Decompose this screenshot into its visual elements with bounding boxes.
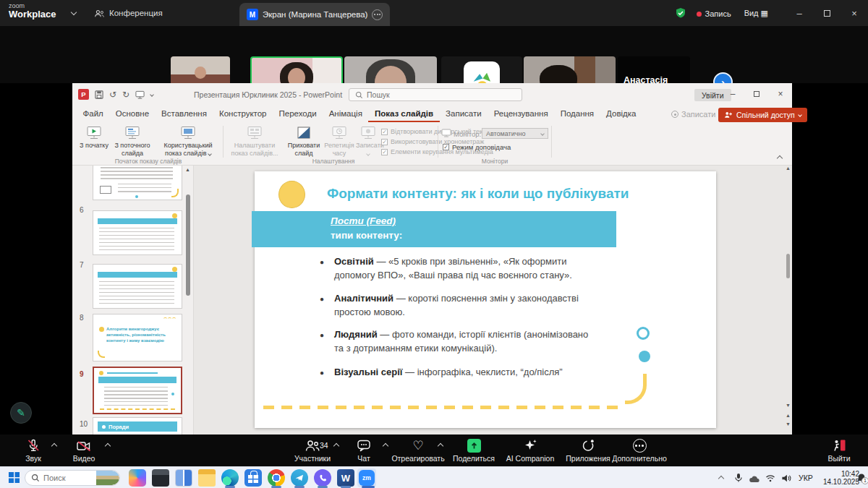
onedrive-cloud-icon[interactable] — [748, 474, 760, 483]
undo-icon[interactable]: ↺ — [109, 90, 116, 99]
ppt-maximize-button[interactable] — [749, 89, 764, 99]
thumbnail-slide-9-selected[interactable] — [93, 367, 182, 414]
running-indicator — [294, 486, 305, 488]
bullet-lead: Освітній — [334, 256, 374, 267]
tab-home[interactable]: Основне — [109, 107, 155, 122]
notebook-app-icon[interactable] — [152, 469, 169, 487]
annotation-pencil-button[interactable]: ✎ — [10, 402, 32, 424]
tab-meeting[interactable]: Конференция — [94, 0, 163, 26]
qat-customize-chevron-icon[interactable] — [150, 93, 154, 97]
task-view-icon[interactable] — [175, 469, 192, 487]
record-screen-icon — [356, 126, 380, 140]
thumbnail-dot — [172, 267, 177, 272]
presenter-view-option[interactable]: ✓Режим доповідача — [443, 143, 511, 151]
recording-indicator[interactable]: Запись — [697, 7, 731, 20]
slideshow-display-icon[interactable] — [135, 90, 145, 99]
collapse-ribbon-icon[interactable] — [777, 155, 783, 161]
tab-transitions[interactable]: Переходи — [273, 107, 323, 122]
tray-mic-icon[interactable] — [733, 473, 744, 483]
thumbnail-slide-5-partial[interactable] — [93, 166, 182, 200]
thumbnail-slide-7[interactable] — [93, 264, 182, 309]
leave-meeting-icon — [804, 437, 868, 453]
hidden-icons-chevron-icon[interactable] — [718, 476, 724, 481]
tab-file[interactable]: Файл — [77, 107, 109, 122]
save-icon[interactable] — [95, 90, 103, 99]
ppt-minimize-button[interactable]: – — [726, 89, 740, 99]
tab-animations[interactable]: Анімація — [323, 107, 368, 122]
file-explorer-icon[interactable] — [198, 469, 216, 487]
tab-review[interactable]: Рецензування — [488, 107, 554, 122]
widgets-icon[interactable] — [129, 469, 146, 487]
scroll-up-icon[interactable]: ▲ — [786, 166, 791, 171]
tab-insert[interactable]: Вставлення — [156, 107, 213, 122]
microsoft-store-icon[interactable] — [244, 469, 262, 487]
tab-options-icon[interactable] — [372, 9, 383, 20]
ppt-close-button[interactable]: × — [773, 89, 788, 99]
tab-help[interactable]: Довідка — [600, 107, 642, 122]
thumbnail-book-icon — [100, 186, 111, 194]
window-maximize-button[interactable] — [813, 8, 841, 19]
record-show-label: Записати — [356, 142, 384, 149]
scroll-down-icon[interactable]: ▼ — [786, 403, 791, 408]
edge-browser-icon[interactable] — [221, 469, 239, 487]
search-highlight-image[interactable] — [96, 471, 119, 485]
custom-slideshow-button[interactable]: Користувацький показ слайдів — [156, 126, 220, 157]
thumbnail-slide-10-title: Поради — [109, 424, 129, 430]
slide-yellow-corner-deco — [625, 374, 647, 404]
taskbar-clock[interactable]: 10:42 14.10.2025 — [820, 470, 859, 486]
thumbnail-slide-8[interactable]: Алгоритм винагороджує активність, різном… — [93, 314, 182, 361]
telegram-icon[interactable] — [291, 469, 308, 487]
tab-slideshow-active[interactable]: Показ слайдів — [368, 107, 439, 122]
slide-canvas[interactable]: Формати контенту: як і коли що публікува… — [255, 171, 716, 428]
thumbnail-slide-6[interactable] — [93, 210, 182, 255]
language-indicator[interactable]: УКР — [799, 474, 813, 482]
from-current-slide-button[interactable]: З поточного слайда — [110, 126, 155, 157]
security-shield-icon[interactable] — [675, 7, 686, 19]
view-button[interactable]: Вид ▦ — [744, 9, 768, 18]
chrome-browser-icon[interactable] — [268, 469, 285, 487]
leave-button[interactable]: Выйти — [804, 437, 868, 463]
taskbar-search-input[interactable] — [43, 474, 85, 482]
word-icon[interactable]: W — [337, 469, 354, 487]
scrollbar-thumb[interactable] — [786, 254, 790, 278]
slide-area-scrollbar[interactable]: ▲ ▼ ▲ ▼ — [785, 166, 791, 435]
wifi-icon[interactable] — [765, 474, 775, 482]
tab-view[interactable]: Подання — [554, 107, 600, 122]
setup-slideshow-button-disabled[interactable]: Налаштувати показ слайдів... — [229, 126, 281, 157]
video-button[interactable]: Видео — [49, 437, 119, 463]
taskbar-search[interactable] — [25, 470, 120, 486]
rehearse-timings-button-disabled[interactable]: Репетиція часу — [323, 126, 356, 157]
tray-date: 14.10.2025 — [820, 478, 859, 486]
zoom-app-active-icon[interactable]: zm — [357, 468, 376, 487]
record-slideshow-button-disabled[interactable]: Записати — [356, 126, 380, 157]
redo-icon[interactable]: ↻ — [122, 90, 129, 99]
window-close-button[interactable]: × — [841, 8, 868, 19]
thumbnail-slide-8-text: Алгоритм винагороджує активність, різном… — [106, 326, 176, 343]
previous-slide-icon[interactable]: ▲ — [786, 413, 791, 419]
hide-slide-button[interactable]: Приховати слайд — [285, 126, 323, 157]
thumbnail-slide-10-partial[interactable]: Поради — [93, 417, 182, 435]
ppt-search-box[interactable] — [349, 88, 522, 101]
workspace-chevron-icon[interactable] — [71, 9, 77, 15]
record-button-dimmed[interactable]: Записати — [671, 110, 715, 119]
viber-icon[interactable] — [314, 469, 331, 487]
thumbnail-scrollbar[interactable] — [186, 194, 190, 296]
ppt-search-input[interactable] — [367, 90, 497, 99]
tab-screen-share[interactable]: M Экран (Марина Танцерева) — [239, 3, 390, 26]
document-title: Презентация Юрклиник 2025 - PowerPoint — [194, 90, 342, 99]
tab-record[interactable]: Записати — [440, 107, 488, 122]
monitor-dropdown[interactable]: Автоматично — [482, 128, 548, 139]
more-button[interactable]: Дополнительно — [605, 437, 674, 463]
tab-design[interactable]: Конструктор — [213, 107, 273, 122]
powerpoint-logo-icon[interactable]: P — [78, 89, 89, 100]
from-beginning-button[interactable]: З початку — [78, 126, 110, 150]
speaker-icon[interactable] — [781, 474, 791, 483]
start-button-icon[interactable] — [9, 472, 20, 483]
slide-bullet-2: Аналітичний — короткі пояснення змін у з… — [334, 291, 589, 319]
next-slide-icon[interactable]: ▼ — [786, 421, 791, 427]
thumbnail-dot — [171, 393, 174, 395]
share-access-button[interactable]: Спільний доступ — [718, 108, 807, 122]
custom-show-label: Користувацький показ слайдів — [163, 142, 212, 157]
window-minimize-button[interactable]: – — [786, 8, 813, 19]
thumb-scroll-up-icon[interactable]: ▲ — [185, 167, 190, 172]
